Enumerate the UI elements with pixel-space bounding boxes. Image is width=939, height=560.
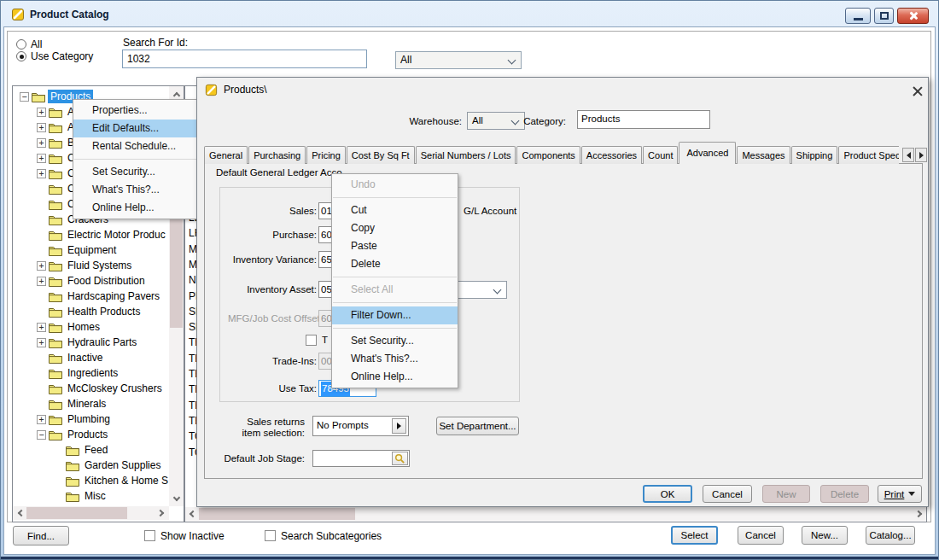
tree-item[interactable]: +Food Distribution	[37, 273, 148, 289]
menu-item[interactable]: What's This?...	[73, 181, 198, 199]
select-button[interactable]: Select	[671, 526, 718, 545]
tree-item[interactable]: +Homes	[37, 319, 102, 335]
tree-item[interactable]: Health Products	[37, 304, 143, 319]
expand-icon[interactable]: +	[37, 415, 46, 424]
menu-item[interactable]: Copy	[332, 219, 458, 237]
menu-item[interactable]: Set Security...	[332, 332, 458, 350]
expand-icon[interactable]: +	[37, 108, 46, 117]
footer-new-button[interactable]: New...	[802, 526, 848, 545]
tab-count[interactable]: Count	[643, 146, 678, 164]
sales-returns-dropdown[interactable]: No Prompts	[312, 416, 409, 436]
scroll-right-icon[interactable]	[155, 507, 167, 519]
menu-item[interactable]: Paste	[332, 237, 458, 255]
tree-item[interactable]: C	[37, 181, 78, 196]
collapse-icon[interactable]: −	[37, 430, 46, 440]
tree-item[interactable]: Ingredients	[37, 365, 120, 381]
footer-cancel-button[interactable]: Cancel	[738, 526, 784, 545]
menu-item[interactable]: Rental Schedule...	[73, 137, 198, 155]
tree-item[interactable]: Minerals	[37, 396, 108, 411]
tab-advanced[interactable]: Advanced	[679, 142, 736, 164]
category-input[interactable]: Products	[577, 110, 710, 129]
tab-purchasing[interactable]: Purchasing	[248, 146, 306, 164]
tree-item[interactable]: Misc	[54, 488, 108, 504]
maximize-button[interactable]	[874, 8, 894, 24]
set-department-button[interactable]: Set Department...	[436, 417, 519, 435]
search-id-input[interactable]: 1032	[122, 50, 367, 68]
dialog-cancel-button[interactable]: Cancel	[703, 485, 752, 503]
list-hscrollbar[interactable]	[185, 507, 926, 521]
sales-returns-expand-button[interactable]	[392, 418, 406, 434]
expand-icon[interactable]: +	[37, 123, 46, 132]
tree-item[interactable]: +A	[37, 120, 77, 135]
job-stage-search-button[interactable]	[392, 452, 408, 465]
tab-messages[interactable]: Messages	[737, 146, 790, 164]
tree-item[interactable]: Feed	[54, 442, 110, 458]
expand-icon[interactable]: +	[37, 277, 46, 286]
menu-item[interactable]: Online Help...	[73, 199, 198, 217]
filter-dropdown[interactable]: All	[395, 51, 522, 69]
tab-shipping[interactable]: Shipping	[791, 146, 838, 164]
tree-item[interactable]: +C	[37, 166, 78, 181]
tree-item[interactable]: Inactive	[37, 350, 105, 365]
tab-pricing[interactable]: Pricing	[306, 146, 346, 164]
find-button[interactable]: Find...	[13, 526, 69, 545]
tree-item[interactable]: +Hydraulic Parts	[37, 335, 139, 350]
tree-hscrollbar-thumb[interactable]	[26, 507, 127, 519]
dialog-new-button[interactable]: New	[762, 485, 810, 503]
dialog-close-icon[interactable]	[911, 85, 924, 98]
scroll-up-icon[interactable]	[170, 88, 183, 100]
dialog-print-button[interactable]: Print	[878, 485, 922, 503]
search-subcategories-checkbox[interactable]	[265, 530, 276, 541]
tree-item[interactable]: +Plumbing	[37, 411, 113, 427]
tree-hscrollbar[interactable]	[13, 506, 169, 520]
menu-item[interactable]: Edit Defaults...	[73, 120, 198, 137]
tree-item[interactable]: +Fluid Systems	[37, 258, 134, 273]
tree-item[interactable]: Garden Supplies	[54, 458, 163, 473]
dialog-delete-button[interactable]: Delete	[820, 485, 869, 503]
expand-icon[interactable]: +	[37, 138, 46, 148]
expand-icon[interactable]: +	[37, 169, 46, 178]
tab-accessories[interactable]: Accessories	[581, 146, 642, 164]
tree-item[interactable]: McCloskey Crushers	[37, 381, 165, 396]
footer-catalog-button[interactable]: Catalog...	[866, 526, 915, 545]
scroll-right-icon[interactable]	[913, 508, 925, 520]
tree-item[interactable]: +A	[37, 104, 77, 120]
scroll-left-icon[interactable]	[186, 508, 198, 520]
radio-use-category[interactable]	[16, 51, 26, 61]
tab-serial-numbers-lots[interactable]: Serial Numbers / Lots	[416, 146, 516, 164]
menu-item[interactable]: Properties...	[73, 102, 198, 120]
menu-item[interactable]: Filter Down...	[332, 306, 458, 324]
dialog-ok-button[interactable]: OK	[643, 485, 692, 503]
tree-item[interactable]: −Products	[37, 427, 110, 442]
tree-item[interactable]: C	[37, 196, 78, 212]
list-hscrollbar-thumb[interactable]	[199, 508, 355, 520]
tab-scroll-right-button[interactable]	[915, 148, 927, 162]
tab-general[interactable]: General	[204, 146, 248, 164]
warehouse-dropdown[interactable]: All	[467, 112, 525, 130]
minimize-button[interactable]	[845, 8, 871, 24]
tab-components[interactable]: Components	[516, 146, 580, 164]
tree-item[interactable]: +C	[37, 150, 78, 166]
title-bar[interactable]: Product Catalog	[1, 1, 938, 27]
default-job-stage-input[interactable]	[312, 450, 410, 467]
menu-item[interactable]: Online Help...	[332, 368, 458, 386]
show-inactive-checkbox[interactable]	[144, 530, 155, 541]
scroll-left-icon[interactable]	[15, 507, 26, 519]
scroll-down-icon[interactable]	[170, 493, 183, 505]
collapse-icon[interactable]: −	[20, 92, 29, 102]
tree-item[interactable]: Electric Motor Produc	[37, 227, 168, 242]
menu-item[interactable]: Delete	[332, 255, 458, 273]
menu-item[interactable]: Set Security...	[73, 163, 198, 181]
tab-product-specs[interactable]: Product Specs	[838, 146, 899, 164]
tree-vscrollbar-thumb[interactable]	[170, 217, 183, 328]
menu-item[interactable]: Cut	[332, 201, 458, 219]
tree-item[interactable]: +B	[37, 135, 77, 150]
tab-scroll-left-button[interactable]	[902, 148, 914, 162]
tree-item[interactable]: Hardscaping Pavers	[37, 289, 162, 304]
tree-item[interactable]: Equipment	[37, 242, 119, 258]
expand-icon[interactable]: +	[37, 323, 46, 332]
expand-icon[interactable]: +	[37, 154, 46, 163]
expand-icon[interactable]: +	[37, 338, 46, 347]
tree-item[interactable]: Kitchen & Home S	[54, 473, 171, 488]
advanced-checkbox[interactable]	[306, 335, 317, 346]
